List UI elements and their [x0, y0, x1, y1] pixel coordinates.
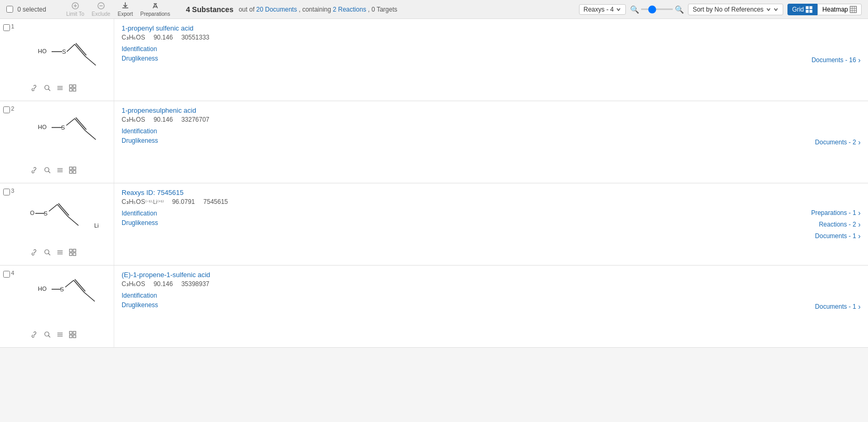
link-icon	[31, 249, 38, 256]
compound-info: Reaxys ID: 7545615 C₃H₅OS⁽⁻¹⁾·Li⁽⁺¹⁾ 96.…	[114, 183, 763, 265]
sort-desc-icon	[766, 7, 771, 12]
row-number-area: 4	[0, 266, 22, 347]
molecule-structure: O S Li	[26, 188, 110, 246]
structure-search-button[interactable]	[43, 248, 52, 259]
molecule-area: HO S	[22, 19, 114, 101]
molecular-weight: 90.146	[154, 280, 173, 288]
table-row: 4 HO S	[0, 266, 868, 348]
meta-link[interactable]: Documents - 1 ›	[815, 302, 861, 311]
info-link[interactable]: Identification	[122, 292, 755, 299]
svg-rect-21	[73, 89, 76, 91]
info-link[interactable]: Identification	[122, 210, 755, 217]
meta-link-label: Documents - 1	[815, 232, 856, 240]
row-checkbox[interactable]	[3, 189, 10, 195]
info-link[interactable]: Druglikeness	[122, 219, 755, 227]
structure-menu-button[interactable]	[55, 248, 65, 259]
compound-formula: C₃H₆OS 90.146 30551333	[122, 34, 755, 41]
toolbar: 0 selected Limit To Exclude	[0, 0, 868, 19]
molecular-weight: 90.146	[154, 116, 173, 123]
svg-line-56	[65, 280, 74, 287]
compound-name: 1-propenyl sulfenic acid	[122, 24, 755, 32]
structure-grid-button[interactable]	[68, 248, 77, 259]
exclude-button[interactable]: Exclude	[88, 1, 114, 18]
compound-name: 1-propenesulphenic acid	[122, 106, 755, 114]
meta-link[interactable]: Documents - 2 ›	[815, 138, 861, 146]
molecule-actions	[26, 246, 109, 261]
svg-rect-19	[73, 85, 76, 87]
structure-link-button[interactable]	[30, 330, 39, 341]
svg-rect-20	[69, 89, 72, 91]
compound-formula: C₃H₅OS⁽⁻¹⁾·Li⁽⁺¹⁾ 96.0791 7545615	[122, 198, 755, 205]
svg-text:S: S	[60, 286, 64, 292]
reactions-link[interactable]: 2 Reactions	[333, 6, 366, 13]
limit-to-icon	[71, 2, 79, 10]
heatmap-view-button[interactable]: Heatmap	[817, 4, 862, 15]
row-checkbox[interactable]	[3, 24, 10, 31]
structure-menu-button[interactable]	[55, 330, 65, 341]
svg-rect-5	[810, 10, 812, 13]
molecule-area: HO S	[22, 101, 114, 183]
info-link[interactable]: Druglikeness	[122, 137, 755, 144]
svg-line-25	[66, 119, 75, 125]
table-row: 3 O S Li	[0, 183, 868, 266]
svg-rect-4	[806, 10, 809, 13]
svg-rect-34	[73, 167, 76, 170]
svg-rect-66	[69, 335, 72, 338]
compound-id: 33276707	[181, 116, 209, 123]
structure-link-button[interactable]	[30, 165, 39, 176]
meta-link[interactable]: Reactions - 2 ›	[819, 220, 861, 229]
result-meta: Documents - 2 ›	[763, 101, 868, 183]
svg-line-26	[75, 119, 85, 131]
formula-text: C₃H₆OS	[122, 34, 145, 41]
meta-link[interactable]: Documents - 1 ›	[815, 232, 861, 240]
molecule-area: O S Li	[22, 183, 114, 265]
result-meta: Preparations - 1 › Reactions - 2 › Docum…	[763, 183, 868, 265]
structure-search-button[interactable]	[43, 165, 52, 176]
structure-grid-button[interactable]	[68, 83, 77, 94]
svg-rect-36	[73, 171, 76, 173]
structure-search-button[interactable]	[43, 83, 52, 94]
reaxys-filter-dropdown[interactable]: Reaxys - 4	[579, 4, 626, 15]
svg-text:S: S	[44, 210, 47, 217]
grid-view-button[interactable]: Grid	[787, 4, 818, 15]
molecule-actions	[26, 81, 109, 96]
molecule-structure: HO S	[34, 23, 102, 81]
structure-search-button[interactable]	[43, 330, 52, 341]
molecule-structure: HO S	[34, 105, 102, 163]
zoom-slider[interactable]	[641, 8, 673, 10]
results-list: 1 HO S	[0, 19, 868, 348]
structure-grid-icon	[69, 331, 76, 338]
structure-link-button[interactable]	[30, 248, 39, 259]
row-index: 1	[11, 23, 18, 30]
structure-menu-button[interactable]	[55, 83, 65, 94]
structure-grid-button[interactable]	[68, 165, 77, 176]
compound-id: 7545615	[203, 198, 228, 205]
info-link[interactable]: Druglikeness	[122, 55, 755, 62]
preparations-button[interactable]: Preparations	[137, 1, 173, 18]
info-link[interactable]: Druglikeness	[122, 301, 755, 309]
row-checkbox[interactable]	[3, 106, 10, 113]
view-toggle: Grid Heatmap	[787, 4, 862, 15]
menu-icon	[56, 84, 64, 92]
row-number-area: 1	[0, 19, 22, 101]
documents-link[interactable]: 20 Documents	[256, 6, 297, 13]
structure-grid-button[interactable]	[68, 330, 77, 341]
svg-line-11	[75, 44, 85, 56]
chevron-right-icon: ›	[858, 302, 861, 311]
meta-link[interactable]: Documents - 16 ›	[812, 56, 861, 64]
limit-to-button[interactable]: Limit To	[63, 1, 87, 18]
info-link[interactable]: Identification	[122, 127, 755, 135]
zoom-in-icon[interactable]: 🔍	[675, 5, 684, 14]
sort-dropdown[interactable]: Sort by No of References	[688, 4, 783, 15]
exclude-icon	[97, 2, 105, 10]
info-link[interactable]: Identification	[122, 45, 755, 53]
structure-link-button[interactable]	[30, 83, 39, 94]
row-checkbox[interactable]	[3, 271, 10, 278]
zoom-out-icon[interactable]: 🔍	[630, 5, 639, 14]
svg-rect-49	[69, 249, 72, 252]
export-button[interactable]: Export	[115, 1, 136, 18]
structure-menu-button[interactable]	[55, 165, 65, 176]
meta-link[interactable]: Preparations - 1 ›	[811, 209, 861, 217]
row-index: 2	[11, 105, 18, 112]
select-all-checkbox[interactable]	[6, 6, 13, 13]
